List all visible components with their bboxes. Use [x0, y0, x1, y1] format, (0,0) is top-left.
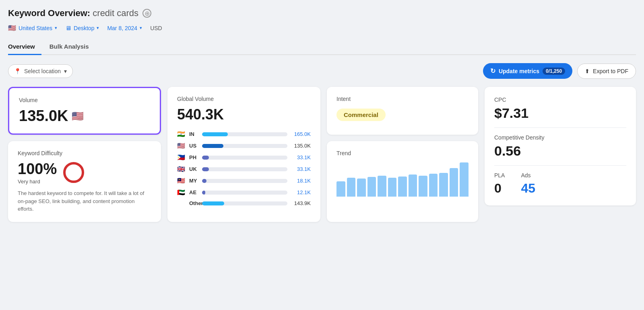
- competitive-density-section: Competitive Density 0.56: [494, 128, 626, 166]
- country-row-us: 🇺🇸 US 135.0K: [177, 142, 311, 150]
- bar-us: [202, 144, 287, 148]
- pla-ads-section: PLA 0 Ads 45: [494, 166, 626, 198]
- cards-grid: Volume 135.0K 🇺🇸 Global Volume 540.3K 🇮🇳…: [8, 87, 636, 222]
- code-other: Other: [189, 200, 199, 206]
- bar-fill-my: [202, 179, 206, 183]
- trend-bar: [388, 178, 397, 197]
- flag-ae: 🇦🇪: [177, 189, 186, 196]
- action-bar-right: ↻ Update metrics 0/1,250 ⬆ Export to PDF: [483, 63, 636, 79]
- country-row-ae: 🇦🇪 AE 12.1K: [177, 189, 311, 196]
- flag-ph: 🇵🇭: [177, 154, 186, 161]
- kd-circle-icon: [63, 162, 84, 183]
- trend-bar: [429, 174, 438, 197]
- location-chevron: ▾: [55, 25, 57, 31]
- country-row-uk: 🇬🇧 UK 33.1K: [177, 165, 311, 173]
- trend-bar: [460, 162, 469, 197]
- kd-value: 100%: [18, 160, 57, 178]
- date-chevron: ▾: [140, 25, 142, 31]
- trend-bar: [398, 177, 407, 197]
- select-location-label: Select location: [24, 68, 61, 74]
- val-in: 165.0K: [291, 131, 311, 137]
- kd-main: 100% Very hard: [18, 160, 151, 185]
- action-bar: 📍 Select location ▾ ↻ Update metrics 0/1…: [8, 63, 636, 79]
- intent-label: Intent: [336, 96, 469, 102]
- code-ae: AE: [189, 189, 199, 195]
- trend-bar: [409, 175, 417, 197]
- device-filter[interactable]: 🖥 Desktop ▾: [65, 25, 99, 31]
- global-volume-card: Global Volume 540.3K 🇮🇳 IN 165.0K 🇺🇸 US …: [167, 87, 320, 222]
- trend-bar: [378, 176, 386, 197]
- code-ph: PH: [189, 154, 199, 160]
- code-in: IN: [189, 131, 199, 137]
- ads-value: 45: [521, 181, 535, 196]
- bar-fill-ae: [202, 191, 205, 195]
- val-ph: 33.1K: [291, 154, 311, 160]
- bar-fill-in: [202, 132, 228, 136]
- update-metrics-label: Update metrics: [499, 68, 539, 74]
- val-us: 135.0K: [291, 143, 311, 149]
- trend-bar: [336, 181, 345, 197]
- tab-bulk-analysis[interactable]: Bulk Analysis: [50, 39, 95, 55]
- volume-label: Volume: [19, 97, 150, 103]
- tab-overview[interactable]: Overview: [8, 39, 41, 55]
- intent-badge: Commercial: [336, 109, 386, 121]
- bar-uk: [202, 167, 287, 171]
- kd-sublabel: Very hard: [18, 179, 57, 185]
- cpc-section: CPC $7.31: [494, 94, 626, 128]
- location-label: United States: [19, 25, 52, 31]
- flag-us: 🇺🇸: [177, 142, 186, 150]
- trend-chart: [336, 160, 469, 197]
- flag-my: 🇲🇾: [177, 177, 186, 185]
- trend-bar: [347, 178, 356, 197]
- title-prefix: Keyword Overview:: [8, 8, 90, 18]
- ads-label: Ads: [521, 172, 535, 179]
- code-my: MY: [189, 178, 199, 184]
- export-icon: ⬆: [585, 68, 590, 74]
- pin-icon: 📍: [14, 68, 21, 74]
- update-metrics-button[interactable]: ↻ Update metrics 0/1,250: [483, 63, 572, 79]
- volume-flag: 🇺🇸: [72, 111, 84, 122]
- bar-fill-other: [202, 201, 224, 205]
- date-filter[interactable]: Mar 8, 2024 ▾: [107, 25, 142, 31]
- trend-bar: [367, 177, 376, 197]
- select-location-chevron: ▾: [64, 68, 67, 74]
- date-label: Mar 8, 2024: [107, 25, 137, 31]
- bar-ph: [202, 156, 287, 160]
- pla-item: PLA 0: [494, 172, 505, 196]
- volume-number: 135.0K: [19, 107, 68, 125]
- keyword-difficulty-card: Keyword Difficulty 100% Very hard The ha…: [8, 141, 161, 222]
- pla-label: PLA: [494, 172, 505, 179]
- cpc-label: CPC: [494, 96, 626, 103]
- country-row-ph: 🇵🇭 PH 33.1K: [177, 154, 311, 161]
- global-volume-value: 540.3K: [177, 106, 311, 123]
- currency-label: USD: [150, 25, 162, 31]
- flag-in: 🇮🇳: [177, 130, 186, 138]
- location-filter[interactable]: 🇺🇸 United States ▾: [8, 24, 57, 32]
- trend-bar: [419, 176, 427, 197]
- add-keyword-icon[interactable]: ⊕: [142, 9, 151, 18]
- flag-uk: 🇬🇧: [177, 165, 186, 173]
- trend-label: Trend: [336, 150, 469, 156]
- metrics-card: CPC $7.31 Competitive Density 0.56 PLA 0…: [485, 87, 636, 205]
- refresh-icon: ↻: [490, 67, 495, 75]
- export-pdf-button[interactable]: ⬆ Export to PDF: [577, 64, 636, 79]
- bar-fill-ph: [202, 156, 209, 160]
- trend-card: Trend: [327, 141, 478, 222]
- code-us: US: [189, 143, 199, 149]
- competitive-density-value: 0.56: [494, 143, 626, 159]
- code-uk: UK: [189, 166, 199, 172]
- trend-bar: [450, 168, 458, 197]
- select-location-button[interactable]: 📍 Select location ▾: [8, 64, 73, 78]
- volume-value: 135.0K 🇺🇸: [19, 107, 150, 125]
- keyword-text: credit cards: [93, 8, 138, 18]
- bar-ae: [202, 191, 287, 195]
- val-uk: 33.1K: [291, 166, 311, 172]
- val-other: 143.9K: [291, 200, 311, 206]
- update-metrics-counter: 0/1,250: [543, 68, 565, 75]
- location-flag: 🇺🇸: [8, 24, 16, 32]
- val-ae: 12.1K: [291, 189, 311, 195]
- country-row-my: 🇲🇾 MY 18.1K: [177, 177, 311, 185]
- page-header: Keyword Overview: credit cards ⊕: [8, 8, 636, 18]
- tabs: Overview Bulk Analysis: [8, 39, 636, 55]
- cpc-value: $7.31: [494, 105, 626, 121]
